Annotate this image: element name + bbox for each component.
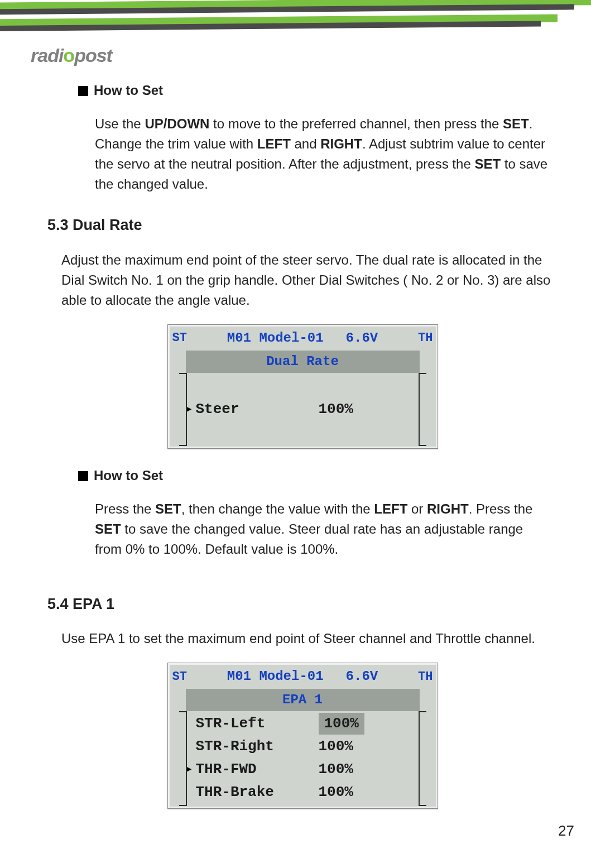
square-bullet-icon: [78, 86, 88, 96]
page-content: How to Set Use the UP/DOWN to move to th…: [47, 80, 558, 809]
row-label: Steer: [196, 399, 307, 420]
lcd-title: EPA 1: [186, 689, 420, 711]
lcd-left-scale-icon: [172, 373, 187, 446]
row-label: STR-Right: [196, 736, 307, 757]
page-number: 27: [558, 822, 574, 840]
row-value: 100%: [319, 713, 364, 735]
row-label: THR-Brake: [196, 781, 307, 803]
row-pointer-icon: ▸: [186, 400, 196, 419]
lcd-th-label: TH: [418, 668, 433, 686]
lcd-row-steer: ▸ Steer 100%: [186, 390, 420, 429]
row-label: THR-FWD: [196, 759, 307, 780]
lcd-row: THR-Brake100%: [186, 781, 420, 804]
how-to-set-text-1: Use the UP/DOWN to move to the preferred…: [95, 114, 552, 194]
dual-rate-intro: Adjust the maximum end point of the stee…: [61, 250, 558, 310]
lcd-dual-rate: ST M01 Model-01 6.6V TH Dual Rate ▸ Stee…: [167, 324, 438, 449]
lcd-row: STR-Left100%: [186, 712, 420, 735]
row-value: 100%: [307, 399, 420, 420]
how-to-set-heading-1: How to Set: [78, 80, 558, 100]
lcd-title: Dual Rate: [186, 351, 420, 373]
row-value: 100%: [307, 759, 420, 780]
heading-label: How to Set: [94, 466, 163, 486]
lcd-row: ▸THR-FWD100%: [186, 758, 420, 781]
lcd-st-label: ST: [172, 668, 187, 686]
header-decoration: [0, 0, 591, 39]
epa1-intro: Use EPA 1 to set the maximum end point o…: [61, 629, 558, 649]
how-to-set-heading-2: How to Set: [78, 466, 558, 486]
lcd-model: M01 Model-01: [227, 328, 324, 348]
heading-label: How to Set: [94, 80, 163, 100]
how-to-set-text-2: Press the SET, then change the value wit…: [95, 499, 552, 559]
lcd-right-scale-icon: [419, 711, 433, 806]
lcd-voltage: 6.6V: [346, 328, 378, 348]
row-value: 100%: [307, 781, 420, 803]
section-5-4-heading: 5.4 EPA 1: [47, 593, 558, 616]
row-value: 100%: [307, 736, 420, 757]
row-label: STR-Left: [196, 713, 307, 735]
lcd-right-scale-icon: [419, 373, 433, 446]
row-pointer-icon: ▸: [186, 760, 196, 779]
lcd-model: M01 Model-01: [227, 666, 324, 687]
lcd-epa1: ST M01 Model-01 6.6V TH EPA 1 STR-Left10…: [167, 663, 438, 809]
lcd-row: STR-Right100%: [186, 735, 420, 758]
lcd-left-scale-icon: [172, 711, 187, 806]
lcd-st-label: ST: [172, 329, 187, 347]
section-5-3-heading: 5.3 Dual Rate: [47, 214, 558, 237]
lcd-voltage: 6.6V: [346, 666, 378, 687]
square-bullet-icon: [78, 471, 88, 481]
brand-logo: radiopost: [31, 45, 591, 66]
lcd-th-label: TH: [418, 329, 433, 347]
